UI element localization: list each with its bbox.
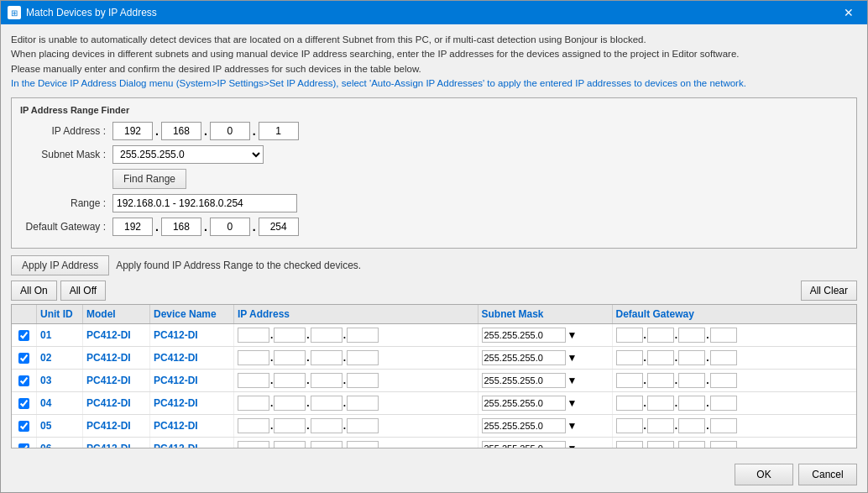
row6-ip3[interactable] (311, 441, 342, 448)
row3-ip4[interactable] (347, 373, 379, 388)
apply-ip-button[interactable]: Apply IP Address (11, 255, 109, 275)
row4-gw: . . . (613, 392, 857, 414)
row4-ip4[interactable] (347, 396, 379, 411)
row3-ip2[interactable] (274, 373, 306, 388)
row4-unit-id: 04 (37, 392, 83, 414)
row5-gw4[interactable] (710, 418, 737, 433)
row2-gw2[interactable] (647, 350, 674, 365)
gw-part-1[interactable] (112, 218, 153, 236)
row6-checkbox[interactable] (18, 443, 29, 449)
row6-gw4[interactable] (710, 441, 737, 448)
row3-gw4[interactable] (710, 373, 737, 388)
row4-ip2[interactable] (274, 396, 306, 411)
dialog-title: Match Devices by IP Address (26, 7, 837, 18)
subnet-select[interactable]: 255.255.255.0 255.255.0.0 255.0.0.0 (112, 145, 264, 164)
row5-gw1[interactable] (616, 418, 643, 433)
row2-ip2[interactable] (274, 350, 306, 365)
row3-ip3[interactable] (311, 373, 342, 388)
row6-ip2[interactable] (274, 441, 306, 448)
ok-button[interactable]: OK (735, 464, 793, 485)
cancel-button[interactable]: Cancel (798, 464, 857, 485)
row1-gw3[interactable] (678, 328, 705, 343)
row2-gw1[interactable] (616, 350, 643, 365)
row4-ip3[interactable] (311, 396, 342, 411)
row5-ip4[interactable] (347, 418, 379, 433)
row6-gw2[interactable] (647, 441, 674, 448)
row4-subnet-arrow[interactable]: ▼ (567, 397, 578, 409)
row2-gw3[interactable] (678, 350, 705, 365)
ip-part-4[interactable] (259, 122, 299, 140)
row5-checkbox[interactable] (18, 421, 29, 432)
ip-part-1[interactable] (112, 122, 153, 140)
all-clear-button[interactable]: All Clear (801, 281, 857, 301)
row6-ip1[interactable] (238, 441, 269, 448)
all-on-button[interactable]: All On (11, 281, 57, 301)
find-range-button[interactable]: Find Range (112, 169, 186, 189)
close-button[interactable]: ✕ (837, 1, 860, 24)
row6-subnet-input[interactable] (482, 441, 566, 448)
ip-part-3[interactable] (210, 122, 250, 140)
row1-unit-id: 01 (37, 324, 83, 346)
row5-gw3[interactable] (678, 418, 705, 433)
row4-gw1[interactable] (616, 396, 643, 411)
row1-gw4[interactable] (710, 328, 737, 343)
row1-model: PC412-DI (83, 324, 150, 346)
row2-ip3[interactable] (311, 350, 342, 365)
row4-gw3[interactable] (678, 396, 705, 411)
row6-checkbox-cell (12, 438, 37, 448)
subnet-label: Subnet Mask : (20, 149, 112, 160)
table-row: 06 PC412-DI PC412-DI . . . ▼ (12, 438, 856, 448)
row6-gw3[interactable] (678, 441, 705, 448)
col-model: Model (83, 305, 150, 323)
row6-gw1[interactable] (616, 441, 643, 448)
row3-subnet-arrow[interactable]: ▼ (567, 375, 578, 386)
row1-subnet: ▼ (478, 324, 613, 346)
info-line4-text: In the Device IP Address Dialog menu (Sy… (11, 78, 746, 88)
row3-subnet-input[interactable] (482, 373, 566, 388)
row3-gw1[interactable] (616, 373, 643, 388)
row5-gw2[interactable] (647, 418, 674, 433)
row4-checkbox[interactable] (18, 398, 29, 409)
row1-checkbox[interactable] (18, 330, 29, 341)
row1-ip2[interactable] (274, 328, 306, 343)
row4-gw4[interactable] (710, 396, 737, 411)
row2-subnet-input[interactable] (482, 350, 566, 365)
info-line3: Please manually enter and confirm the de… (11, 62, 857, 76)
all-off-button[interactable]: All Off (60, 281, 106, 301)
ip-part-2[interactable] (161, 122, 201, 140)
row4-subnet-input[interactable] (482, 396, 566, 411)
row1-ip3[interactable] (311, 328, 342, 343)
gw-dot-2: . (204, 220, 207, 233)
row4-gw2[interactable] (647, 396, 674, 411)
range-input[interactable] (112, 194, 297, 212)
row3-gw3[interactable] (678, 373, 705, 388)
row6-subnet-arrow[interactable]: ▼ (567, 443, 578, 448)
row1-ip4[interactable] (347, 328, 379, 343)
row6-ip4[interactable] (347, 441, 379, 448)
row5-subnet-input[interactable] (482, 418, 566, 433)
row5-subnet-arrow[interactable]: ▼ (567, 420, 578, 432)
row2-ip1[interactable] (238, 350, 269, 365)
row1-subnet-arrow[interactable]: ▼ (567, 329, 578, 341)
row3-checkbox[interactable] (18, 375, 29, 386)
row5-ip1[interactable] (238, 418, 269, 433)
row4-ip1[interactable] (238, 396, 269, 411)
row3-gw2[interactable] (647, 373, 674, 388)
row2-subnet-arrow[interactable]: ▼ (567, 352, 578, 364)
gw-part-2[interactable] (161, 218, 201, 236)
row1-ip1[interactable] (238, 328, 269, 343)
row3-checkbox-cell (12, 370, 37, 391)
row1-gw2[interactable] (647, 328, 674, 343)
row1-subnet-input[interactable] (482, 328, 566, 343)
row2-gw4[interactable] (710, 350, 737, 365)
row1-gw1[interactable] (616, 328, 643, 343)
row2-ip4[interactable] (347, 350, 379, 365)
row3-ip1[interactable] (238, 373, 269, 388)
row5-ip2[interactable] (274, 418, 306, 433)
dialog-footer: OK Cancel (1, 457, 867, 492)
row5-ip3[interactable] (311, 418, 342, 433)
gw-part-4[interactable] (259, 218, 299, 236)
row2-unit-id: 02 (37, 347, 83, 369)
gw-part-3[interactable] (210, 218, 250, 236)
row2-checkbox[interactable] (18, 353, 29, 364)
